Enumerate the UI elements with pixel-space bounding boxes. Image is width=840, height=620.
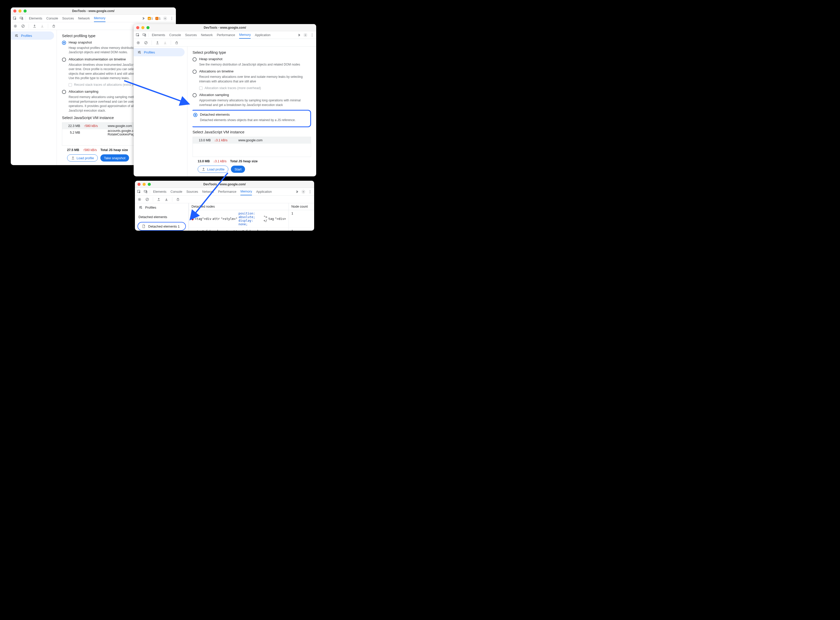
radio-icon[interactable] <box>62 90 66 94</box>
radio-icon[interactable] <box>62 41 66 45</box>
total-rate: ↓3.1 kB/s <box>213 160 226 163</box>
stack-traces-checkbox[interactable]: Allocation stack traces (more overhead) <box>199 86 311 90</box>
take-snapshot-button[interactable]: Take snapshot <box>100 154 129 161</box>
upload-icon <box>71 156 75 160</box>
tab-sources[interactable]: Sources <box>62 17 74 20</box>
inspect-icon[interactable] <box>137 190 141 194</box>
col-node-count[interactable]: Node count <box>289 203 314 210</box>
maximize-icon[interactable] <box>146 26 149 29</box>
detached-node-row[interactable]: ●<tag">fake-element></tag">fake-element>… <box>189 228 314 231</box>
tab-sources[interactable]: Sources <box>187 190 198 194</box>
tab-network[interactable]: Network <box>202 190 214 194</box>
upload-icon[interactable] <box>155 41 160 45</box>
minimize-icon[interactable] <box>18 9 21 12</box>
tab-sources[interactable]: Sources <box>185 33 197 37</box>
load-profile-button[interactable]: Load profile <box>67 154 98 161</box>
node-html: <tag">fake-element <box>194 230 228 231</box>
download-icon[interactable] <box>164 197 169 202</box>
tab-console[interactable]: Console <box>169 33 181 37</box>
checkbox-icon[interactable] <box>69 83 72 87</box>
total-size: 13.0 MB <box>198 160 210 163</box>
sidebar-section-heading: Detached elements <box>135 211 188 221</box>
col-detached-nodes[interactable]: Detached nodes <box>189 203 289 210</box>
tab-performance[interactable]: Performance <box>218 190 236 194</box>
errors-badge[interactable]: !1 <box>155 17 161 20</box>
upload-icon[interactable] <box>157 197 161 202</box>
record-icon[interactable] <box>136 41 140 45</box>
settings-icon[interactable] <box>163 17 167 21</box>
minimize-icon[interactable] <box>142 26 145 29</box>
profiling-option[interactable]: Allocations on timeline <box>193 69 311 74</box>
tab-network[interactable]: Network <box>78 17 90 20</box>
tab-console[interactable]: Console <box>170 190 182 194</box>
tab-performance[interactable]: Performance <box>217 33 235 37</box>
load-profile-button[interactable]: Load profile <box>198 166 228 173</box>
tab-console[interactable]: Console <box>46 17 58 20</box>
tab-network[interactable]: Network <box>201 33 213 37</box>
kebab-icon[interactable] <box>170 17 174 21</box>
clear-icon[interactable] <box>21 24 25 28</box>
tab-application[interactable]: Application <box>255 33 270 37</box>
window-title: DevTools - www.google.com/ <box>11 9 176 13</box>
checkbox-icon[interactable] <box>199 87 203 90</box>
tab-elements[interactable]: Elements <box>29 17 42 20</box>
gc-icon[interactable] <box>176 197 180 202</box>
more-tabs-icon[interactable] <box>297 33 301 37</box>
gc-icon[interactable] <box>52 24 56 28</box>
svg-point-31 <box>310 191 310 192</box>
download-icon <box>163 41 167 45</box>
record-icon[interactable] <box>13 24 17 28</box>
total-size: 27.5 MB <box>67 148 79 152</box>
radio-icon[interactable] <box>193 70 197 74</box>
close-icon[interactable] <box>13 9 17 12</box>
tab-memory[interactable]: Memory <box>239 33 251 39</box>
kebab-icon[interactable] <box>308 190 312 194</box>
more-tabs-icon[interactable] <box>295 190 299 194</box>
detached-node-row[interactable]: ●<tag">div attr">style="position: absolu… <box>189 210 314 228</box>
settings-icon[interactable] <box>303 33 307 37</box>
radio-icon[interactable] <box>193 57 197 62</box>
maximize-icon[interactable] <box>24 9 27 12</box>
tab-memory[interactable]: Memory <box>241 190 252 195</box>
inspect-icon[interactable] <box>13 17 17 21</box>
traffic-lights[interactable] <box>137 183 151 186</box>
start-button[interactable]: Start <box>231 166 245 173</box>
clear-icon[interactable] <box>145 197 149 202</box>
traffic-lights[interactable] <box>136 26 149 29</box>
close-icon[interactable] <box>137 183 140 186</box>
inspect-icon[interactable] <box>136 33 140 37</box>
radio-icon[interactable] <box>62 57 66 62</box>
kebab-icon[interactable] <box>310 33 314 37</box>
close-icon[interactable] <box>136 26 139 29</box>
sidebar-item-profiles[interactable]: Profiles <box>134 48 185 56</box>
radio-icon[interactable] <box>193 93 197 97</box>
settings-icon[interactable] <box>301 190 306 194</box>
upload-icon[interactable] <box>33 24 37 28</box>
vm-size: 22.3 MB <box>65 124 80 128</box>
profiling-option[interactable]: Heap snapshot <box>193 57 311 62</box>
maximize-icon[interactable] <box>148 183 151 186</box>
sidebar-item-profiles[interactable]: Profiles <box>135 203 188 211</box>
record-icon[interactable] <box>137 197 142 202</box>
clear-icon[interactable] <box>144 41 148 45</box>
tab-memory[interactable]: Memory <box>94 17 105 22</box>
traffic-lights[interactable] <box>13 9 27 12</box>
vm-instance-row[interactable]: 13.0 MB↓3.1 kB/swww.google.com <box>193 137 311 144</box>
profiling-option[interactable]: Detached elements <box>193 113 308 117</box>
tab-elements[interactable]: Elements <box>152 33 165 37</box>
tab-application[interactable]: Application <box>256 190 272 194</box>
sidebar-item-profiles[interactable]: Profiles <box>11 32 54 40</box>
device-icon[interactable] <box>142 33 146 37</box>
device-icon[interactable] <box>20 17 24 21</box>
minimize-icon[interactable] <box>143 183 146 186</box>
more-tabs-icon[interactable] <box>141 17 145 21</box>
profiling-option[interactable]: Allocation sampling <box>193 93 311 97</box>
profile-item-detached-1[interactable]: Detached elements 1 <box>137 222 186 231</box>
device-icon[interactable] <box>144 190 148 194</box>
gc-icon[interactable] <box>175 41 179 45</box>
warnings-badge[interactable]: ▲1 <box>148 17 153 20</box>
radio-icon[interactable] <box>193 113 197 117</box>
svg-point-37 <box>140 207 140 208</box>
titlebar: DevTools - www.google.com/ <box>135 181 314 188</box>
tab-elements[interactable]: Elements <box>153 190 166 194</box>
